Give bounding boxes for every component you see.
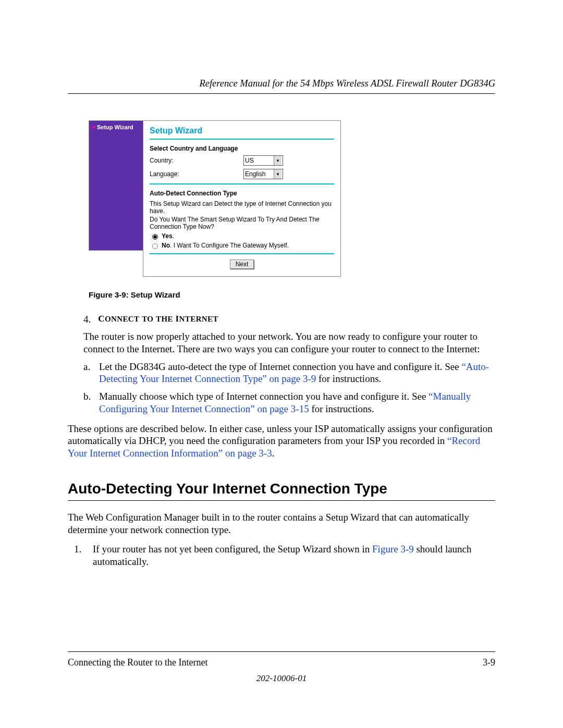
header-rule (68, 93, 495, 94)
list-number: 1. (74, 543, 84, 568)
autodetect-desc-2: Do You Want The Smart Setup Wizard To Tr… (150, 216, 334, 230)
step-4-sublist: a. Let the DG834G auto-detect the type o… (83, 361, 495, 415)
page: Reference Manual for the 54 Mbps Wireles… (0, 0, 563, 728)
country-value: US (245, 157, 254, 164)
autodetect-desc-1: This Setup Wizard can Detect the type of… (150, 200, 334, 215)
sub-letter-a: a. (83, 361, 91, 386)
sidebar-item-setup-wizard[interactable]: Setup Wizard (92, 124, 140, 130)
row-language: Language: English ▼ (150, 169, 334, 179)
header-title: Reference Manual for the 54 Mbps Wireles… (68, 78, 495, 89)
radio-no[interactable]: No. I Want To Configure The Gateway Myse… (150, 242, 334, 249)
sub-item-a: a. Let the DG834G auto-detect the type o… (83, 361, 495, 386)
radio-no-input[interactable] (152, 243, 158, 249)
footer-rule (68, 651, 495, 652)
radio-yes-input[interactable] (152, 234, 158, 240)
section-intro-paragraph: The Web Configuration Manager built in t… (68, 511, 495, 536)
list-text-1: If your router has not yet been configur… (93, 543, 495, 568)
step-head-text: CONNECT TO THE INTERNET (98, 314, 218, 324)
country-select[interactable]: US ▼ (243, 155, 283, 166)
footer-chapter: Connecting the Router to the Internet (68, 657, 207, 668)
next-button[interactable]: Next (230, 260, 254, 269)
radio-yes-tail: . (173, 232, 174, 240)
row-country: Country: US ▼ (150, 155, 334, 166)
figure-caption: Figure 3-9: Setup Wizard (89, 290, 495, 299)
section-rule (68, 500, 495, 501)
sub-item-b: b. Manually choose which type of Interne… (83, 390, 495, 415)
section-heading-auto-detecting: Auto-Detecting Your Internet Connection … (68, 480, 495, 497)
footer-page-number: 3-9 (483, 657, 495, 668)
divider (150, 183, 334, 184)
panel-title: Setup Wizard (150, 126, 334, 135)
country-label: Country: (150, 157, 243, 164)
list-item-1: 1. If your router has not yet been confi… (74, 543, 495, 568)
wizard-panel: Setup Wizard Select Country and Language… (143, 120, 341, 277)
divider (150, 139, 334, 140)
radio-yes-bold: Yes (162, 232, 173, 240)
numbered-list: 1. If your router has not yet been confi… (68, 543, 495, 568)
page-footer: Connecting the Router to the Internet 3-… (68, 651, 495, 684)
figure-3-9: Setup Wizard Setup Wizard Select Country… (89, 120, 495, 299)
options-paragraph: These options are described below. In ei… (68, 423, 495, 460)
sub-text-a: Let the DG834G auto-detect the type of I… (99, 361, 495, 386)
radio-no-bold: No (162, 242, 170, 249)
divider (150, 253, 334, 254)
language-select[interactable]: English ▼ (243, 169, 283, 179)
wizard-sidebar: Setup Wizard (89, 120, 143, 251)
radio-yes[interactable]: Yes. (150, 232, 334, 240)
language-label: Language: (150, 170, 243, 178)
sub-text-b: Manually choose which type of Internet c… (99, 390, 495, 415)
section-autodetect-label: Auto-Detect Connection Type (150, 190, 334, 197)
chevron-down-icon: ▼ (274, 169, 282, 179)
link-figure-3-9[interactable]: Figure 3-9 (372, 544, 414, 554)
step-4-paragraph: The router is now properly attached to y… (83, 330, 495, 355)
step-number: 4. (83, 314, 91, 325)
footer-doc-number: 202-10006-01 (68, 673, 495, 684)
section-country-language-label: Select Country and Language (150, 145, 334, 152)
language-value: English (245, 170, 265, 178)
sub-letter-b: b. (83, 390, 91, 415)
radio-no-tail: . I Want To Configure The Gateway Myself… (170, 242, 289, 249)
sidebar-item-label: Setup Wizard (97, 124, 133, 130)
step-4-heading: 4. CONNECT TO THE INTERNET (83, 314, 495, 325)
page-header: Reference Manual for the 54 Mbps Wireles… (68, 78, 495, 94)
chevron-down-icon: ▼ (274, 156, 282, 165)
bullet-icon (92, 126, 95, 129)
